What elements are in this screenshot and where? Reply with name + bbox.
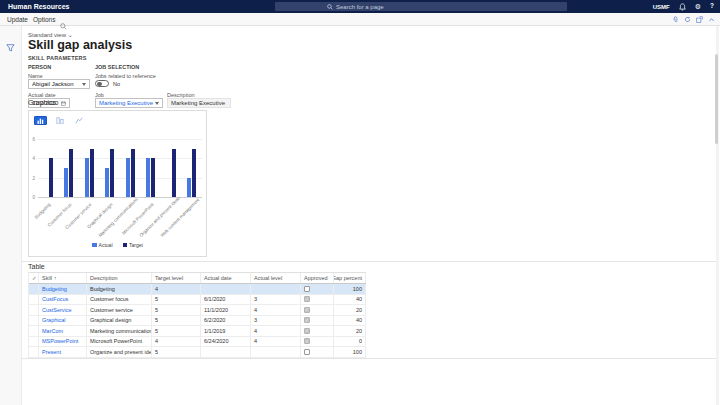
row-select-cell[interactable] xyxy=(29,326,39,336)
app-title[interactable]: Human Resources xyxy=(8,3,69,10)
row-select-cell[interactable] xyxy=(29,305,39,315)
job-value-link[interactable]: Marketing Executive xyxy=(99,100,153,106)
cell-description[interactable]: Customer service xyxy=(87,305,152,315)
cell-description[interactable]: Budgeting xyxy=(87,284,152,294)
cell-target-level[interactable]: 5 xyxy=(152,326,201,336)
cell-description[interactable]: Marketing communications xyxy=(87,326,152,336)
stacked-chart-type-button[interactable] xyxy=(53,116,66,125)
job-combobox[interactable]: Marketing Executive xyxy=(95,98,163,108)
cell-skill[interactable]: CustFocus xyxy=(39,295,87,305)
cell-actual-date[interactable]: 1/1/2019 xyxy=(201,326,251,336)
cell-skill[interactable]: Present xyxy=(39,347,87,357)
row-select-cell[interactable] xyxy=(29,295,39,305)
refresh-icon[interactable] xyxy=(684,16,691,23)
line-chart-type-button[interactable] xyxy=(72,116,85,125)
cell-skill[interactable]: MSPowerPoint xyxy=(39,337,87,347)
cell-description[interactable]: Microsoft PowerPoint xyxy=(87,337,152,347)
column-header-target-level[interactable]: Target level xyxy=(152,273,201,283)
toggle-pill[interactable] xyxy=(95,80,109,87)
calendar-icon[interactable] xyxy=(61,101,66,106)
row-select-cell[interactable] xyxy=(29,337,39,347)
scrollbar-thumb[interactable] xyxy=(715,54,718,144)
column-header-actual-level[interactable]: Actual level xyxy=(251,273,301,283)
column-header-description[interactable]: Description xyxy=(87,273,152,283)
table-row[interactable]: BudgetingBudgeting4100 xyxy=(29,284,366,295)
cell-gap-percent[interactable]: 100 xyxy=(334,284,366,294)
table-row[interactable]: GraphicalGraphical design56/2/20203✓40 xyxy=(29,316,366,327)
vertical-scrollbar[interactable] xyxy=(716,26,719,405)
cell-target-level[interactable]: 4 xyxy=(152,284,201,294)
cell-skill[interactable]: Budgeting xyxy=(39,284,87,294)
table-row[interactable]: MarComMarketing communications51/1/20194… xyxy=(29,326,366,337)
table-row[interactable]: MSPowerPointMicrosoft PowerPoint46/24/20… xyxy=(29,337,366,348)
attach-icon[interactable] xyxy=(672,16,679,23)
approved-checkbox[interactable]: ✓ xyxy=(304,307,310,313)
cell-skill[interactable]: MarCom xyxy=(39,326,87,336)
cell-description[interactable]: Organize and present ideas xyxy=(87,347,152,357)
cell-target-level[interactable]: 5 xyxy=(152,347,201,357)
column-header-actual-date[interactable]: Actual date xyxy=(201,273,251,283)
cell-actual-level[interactable]: 3 xyxy=(251,295,301,305)
chevron-down-icon[interactable] xyxy=(82,83,86,86)
open-in-new-window-icon[interactable] xyxy=(696,16,703,23)
cell-gap-percent[interactable]: 100 xyxy=(334,347,366,357)
cell-description[interactable]: Customer focus xyxy=(87,295,152,305)
tab-update[interactable]: Update xyxy=(7,16,28,23)
cell-actual-level[interactable]: 4 xyxy=(251,337,301,347)
cell-gap-percent[interactable]: 40 xyxy=(334,295,366,305)
table-row[interactable]: CustFocusCustomer focus56/1/20203✓40 xyxy=(29,295,366,306)
cell-gap-percent[interactable]: 20 xyxy=(334,326,366,336)
approved-checkbox[interactable]: ✓ xyxy=(304,317,310,323)
approved-checkbox[interactable]: ✓ xyxy=(304,338,310,344)
cell-skill[interactable]: Graphical xyxy=(39,316,87,326)
cell-actual-date[interactable] xyxy=(201,347,251,357)
cell-target-level[interactable]: 4 xyxy=(152,337,201,347)
cell-actual-level[interactable]: 3 xyxy=(251,316,301,326)
approved-checkbox[interactable] xyxy=(304,349,310,355)
select-all-column-header[interactable]: ✓ xyxy=(29,273,39,283)
chevron-down-icon[interactable] xyxy=(155,102,159,105)
filter-funnel-icon[interactable] xyxy=(6,44,15,52)
approved-checkbox[interactable]: ✓ xyxy=(304,296,310,302)
cell-skill[interactable]: CustService xyxy=(39,305,87,315)
cell-target-level[interactable]: 5 xyxy=(152,316,201,326)
column-header-skill[interactable]: Skill↑ xyxy=(39,273,87,283)
collapse-icon[interactable] xyxy=(708,16,715,23)
tab-options[interactable]: Options xyxy=(33,16,55,23)
bar-chart-type-button[interactable] xyxy=(34,116,47,125)
cell-description[interactable]: Graphical design xyxy=(87,316,152,326)
cell-actual-date[interactable]: 6/24/2020 xyxy=(201,337,251,347)
gear-icon[interactable]: ⚙ xyxy=(695,3,701,10)
cell-gap-percent[interactable]: 0 xyxy=(334,337,366,347)
table-row[interactable]: PresentOrganize and present ideas5100 xyxy=(29,347,366,358)
row-select-cell[interactable] xyxy=(29,316,39,326)
row-select-cell[interactable] xyxy=(29,284,39,294)
graphics-section-title[interactable]: Graphics xyxy=(28,99,56,106)
cell-actual-level[interactable] xyxy=(251,284,301,294)
help-icon[interactable]: ? xyxy=(710,3,714,10)
cell-gap-percent[interactable]: 40 xyxy=(334,316,366,326)
company-picker[interactable]: USMF xyxy=(653,4,670,10)
cell-actual-date[interactable]: 6/1/2020 xyxy=(201,295,251,305)
cell-actual-level[interactable] xyxy=(251,347,301,357)
approved-checkbox[interactable]: ✓ xyxy=(304,328,310,334)
cell-actual-date[interactable] xyxy=(201,284,251,294)
page-search-box[interactable]: Search for a page xyxy=(275,2,567,11)
row-select-cell[interactable] xyxy=(29,347,39,357)
cell-actual-date[interactable]: 11/1/2020 xyxy=(201,305,251,315)
cell-target-level[interactable]: 5 xyxy=(152,305,201,315)
name-combobox[interactable]: Abigail Jackson xyxy=(28,79,90,89)
cell-target-level[interactable]: 5 xyxy=(152,295,201,305)
cell-actual-date[interactable]: 6/2/2020 xyxy=(201,316,251,326)
view-selector[interactable]: Standard view ⌄ xyxy=(28,31,73,38)
jobs-related-toggle[interactable]: No xyxy=(95,80,120,87)
cell-actual-level[interactable]: 4 xyxy=(251,326,301,336)
cell-gap-percent[interactable]: 20 xyxy=(334,305,366,315)
approved-checkbox[interactable] xyxy=(304,286,310,292)
cell-actual-level[interactable]: 4 xyxy=(251,305,301,315)
column-header-approved[interactable]: Approved xyxy=(301,273,334,283)
table-section-title[interactable]: Table xyxy=(28,263,45,270)
column-header-gap-percent[interactable]: Gap percent xyxy=(334,273,366,283)
bell-icon[interactable] xyxy=(679,3,686,11)
table-row[interactable]: CustServiceCustomer service511/1/20204✓2… xyxy=(29,305,366,316)
